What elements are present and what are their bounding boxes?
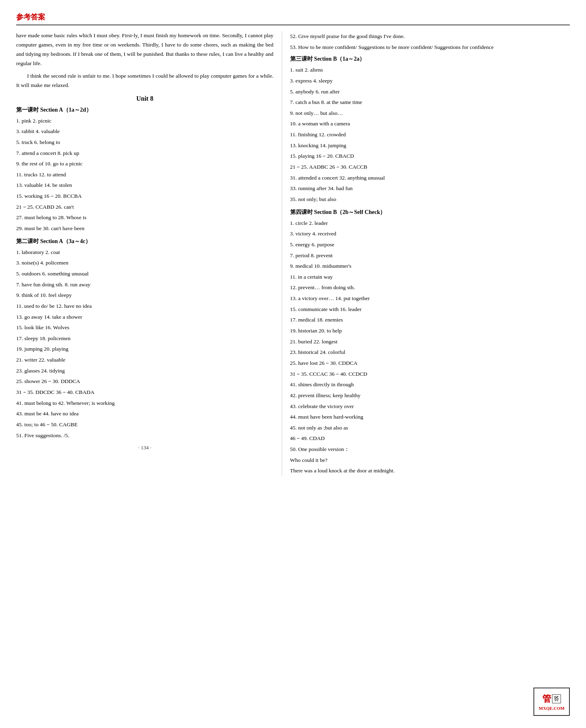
right-top-items: 52. Give myself praise for the good thin… xyxy=(290,31,570,52)
answer-line: 50. One possible version： xyxy=(290,444,570,455)
answer-line: 9. the rest of 10. go to a picnic xyxy=(16,159,274,169)
answer-line: 15. playing 16－20. CBACD xyxy=(290,151,570,161)
paragraph-2: I think the second rule is unfair to me.… xyxy=(16,72,274,90)
answer-line: 21－25. CCABD 26. can't xyxy=(16,202,274,212)
answer-line: 9. not only… but also… xyxy=(290,108,570,119)
answer-line: 13. a victory over… 14. put together xyxy=(290,293,570,304)
answer-line: 23. historical 24. colorful xyxy=(290,347,570,358)
answer-line: 1. suit 2. aliens xyxy=(290,65,570,75)
answer-line: 31. attended a concert 32. anything unus… xyxy=(290,173,570,183)
answer-line: 7. period 8. prevent xyxy=(290,250,570,261)
answer-line: 41. must belong to 42. Whenever; is work… xyxy=(16,398,274,408)
section-b1-answers: 1. suit 2. aliens3. express 4. sleepy5. … xyxy=(290,65,570,204)
watermark-circle: 答 xyxy=(552,694,561,703)
section-a1-title: 第一课时 Section A（1a～2d） xyxy=(16,106,274,114)
answer-line: 19. jumping 20. playing xyxy=(16,344,274,354)
answer-line: 7. have fun doing sth. 8. run away xyxy=(16,279,274,290)
answer-line: 35. not only; but also xyxy=(290,194,570,205)
answer-line: 1. pink 2. picnic xyxy=(16,116,274,126)
section-a1-answers: 1. pink 2. picnic3. rabbit 4. valuable5.… xyxy=(16,116,274,234)
answer-line: 17. medical 18. enemies xyxy=(290,315,570,325)
answer-line: 41. shines directly in through xyxy=(290,379,570,390)
answer-line: 29. must be 30. can't have been xyxy=(16,223,274,234)
answer-line: 43. celebrate the victory over xyxy=(290,401,570,412)
answer-line: 19. historian 20. to help xyxy=(290,326,570,336)
header-section: 参考答案 xyxy=(16,12,570,25)
unit-title: Unit 8 xyxy=(16,95,274,102)
answer-line: 3. rabbit 4. valuable xyxy=(16,126,274,137)
answer-line: 21－25. AADBC 26－30. CACCB xyxy=(290,162,570,172)
section-a2-title: 第二课时 Section A（3a～4c） xyxy=(16,238,274,245)
answer-line: 15. look like 16. Wolves xyxy=(16,322,274,333)
answer-line: 3. express 4. sleepy xyxy=(290,76,570,86)
answer-line: 5. truck 6. belong to xyxy=(16,137,274,148)
answer-line: 3. noise(s) 4. policemen xyxy=(16,258,274,268)
answer-line: 43. must be 44. have no idea xyxy=(16,408,274,419)
answer-line: 45. too; to 46－50. CAGBE xyxy=(16,419,274,430)
answer-line: 52. Give myself praise for the good thin… xyxy=(290,31,570,42)
answer-line: 44. must have been hard-working xyxy=(290,412,570,422)
paragraph-1: have made some basic rules which I must … xyxy=(16,31,274,68)
answer-line: 3. victory 4. received xyxy=(290,229,570,239)
answer-line: 27. must belong to 28. Whose is xyxy=(16,212,274,223)
answer-line: 21. writer 22. valuable xyxy=(16,355,274,365)
page: 参考答案 have made some basic rules which I … xyxy=(0,0,586,728)
answer-line: 17. sleepy 18. policemen xyxy=(16,333,274,344)
section-b1-title: 第三课时 Section B（1a～2a） xyxy=(290,55,570,63)
answer-line: 31－35. DDCDC 36－40. CBADA xyxy=(16,387,274,398)
answer-line: Who could it be? xyxy=(290,455,570,466)
answer-line: 53. How to be more confident/ Suggestion… xyxy=(290,42,570,53)
answer-line: 5. energy 6. purpose xyxy=(290,239,570,250)
answer-line: 7. attend a concert 8. pick up xyxy=(16,148,274,159)
answer-line: 1. laboratory 2. coat xyxy=(16,247,274,258)
header-title: 参考答案 xyxy=(16,12,45,22)
section-b2-title: 第四课时 Section B（2b～Self Check） xyxy=(290,209,570,216)
answer-line: 25. have lost 26－30. CDDCA xyxy=(290,358,570,368)
answer-line: 45. not only as ;but also as xyxy=(290,423,570,433)
answer-line: 5. outdoors 6. something unusual xyxy=(16,269,274,279)
answer-line: 23. glasses 24. tidying xyxy=(16,366,274,376)
answer-line: 13. valuable 14. be stolen xyxy=(16,180,274,190)
watermark-url: MXQE.COM xyxy=(539,706,565,711)
answer-line: 21. buried 22. longest xyxy=(290,336,570,347)
answer-line: 7. catch a bus 8. at the same time xyxy=(290,97,570,108)
answer-line: 1. circle 2. leader xyxy=(290,218,570,229)
answer-line: 46－49. CDAD xyxy=(290,433,570,444)
answer-line: 15. working 16－20. BCCBA xyxy=(16,191,274,201)
answer-line: 33. running after 34. had fun xyxy=(290,183,570,194)
content-wrapper: have made some basic rules which I must … xyxy=(16,31,570,476)
answer-line: 10. a woman with a camera xyxy=(290,119,570,129)
answer-line: 11. used to do/ be 12. have no idea xyxy=(16,301,274,311)
answer-line: There was a loud knock at the door at mi… xyxy=(290,466,570,476)
answer-line: 51. Five suggestions. /5. xyxy=(16,430,274,441)
right-column: 52. Give myself praise for the good thin… xyxy=(282,31,570,476)
answer-line: 13. knocking 14. jumping xyxy=(290,140,570,151)
watermark: 管 答 MXQE.COM xyxy=(533,688,570,716)
answer-line: 13. go away 14. take a shower xyxy=(16,312,274,322)
answer-line: 11. trucks 12. to attend xyxy=(16,169,274,180)
answer-line: 5. anybody 6. run after xyxy=(290,87,570,97)
answer-line: 11. in a certain way xyxy=(290,272,570,282)
section-a2-answers: 1. laboratory 2. coat3. noise(s) 4. poli… xyxy=(16,247,274,441)
answer-line: 12. prevent… from doing sth. xyxy=(290,282,570,293)
section-b2-answers: 1. circle 2. leader3. victory 4. receive… xyxy=(290,218,570,476)
answer-line: 9. medical 10. midsummer's xyxy=(290,261,570,271)
answer-line: 25. shower 26－30. DDDCA xyxy=(16,376,274,387)
watermark-icon: 管 xyxy=(542,693,551,705)
answer-line: 31－35. CCCAC 36－40. CCDCD xyxy=(290,369,570,379)
answer-line: 15. communicate with 16. leader xyxy=(290,304,570,315)
left-column: have made some basic rules which I must … xyxy=(16,31,282,476)
answer-line: 11. finishing 12. crowded xyxy=(290,129,570,140)
answer-line: 42. prevent illness; keep healthy xyxy=(290,390,570,401)
page-number: · 134 · xyxy=(16,444,274,451)
answer-line: 9. think of 10. feel sleepy xyxy=(16,290,274,301)
